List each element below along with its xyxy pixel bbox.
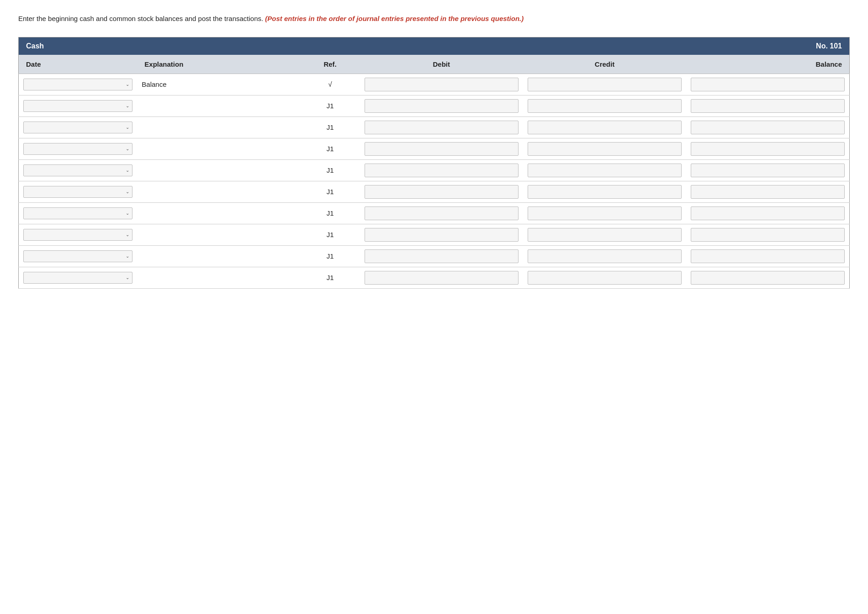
- date-cell-0: ⌄: [19, 74, 138, 95]
- date-cell-2: ⌄: [19, 116, 138, 138]
- col-header-debit: Debit: [360, 55, 523, 74]
- credit-cell-3: [523, 138, 686, 159]
- date-cell-8: ⌄: [19, 245, 138, 267]
- date-select-8[interactable]: [26, 253, 126, 260]
- debit-input-3[interactable]: [365, 142, 519, 156]
- date-select-9[interactable]: [26, 274, 126, 281]
- explanation-cell-5: [137, 181, 300, 202]
- explanation-cell-6: [137, 202, 300, 224]
- debit-cell-2: [360, 116, 523, 138]
- account-number: No. 101: [686, 37, 849, 55]
- table-row: ⌄ J1: [19, 245, 850, 267]
- credit-input-6[interactable]: [528, 206, 682, 220]
- col-header-explanation: Explanation: [137, 55, 300, 74]
- date-cell-3: ⌄: [19, 138, 138, 159]
- balance-input-2[interactable]: [691, 121, 845, 134]
- date-select-7[interactable]: [26, 231, 126, 238]
- debit-input-5[interactable]: [365, 185, 519, 199]
- debit-cell-0: [360, 74, 523, 95]
- chevron-down-icon: ⌄: [126, 275, 129, 280]
- balance-cell-7: [686, 224, 849, 245]
- chevron-down-icon: ⌄: [126, 168, 129, 173]
- credit-input-0[interactable]: [528, 78, 682, 91]
- debit-input-0[interactable]: [365, 78, 519, 91]
- table-row: ⌄ J1: [19, 159, 850, 181]
- debit-cell-4: [360, 159, 523, 181]
- balance-cell-2: [686, 116, 849, 138]
- credit-input-2[interactable]: [528, 121, 682, 134]
- balance-input-5[interactable]: [691, 185, 845, 199]
- date-select-wrapper-8: ⌄: [23, 250, 132, 262]
- balance-input-3[interactable]: [691, 142, 845, 156]
- credit-cell-4: [523, 159, 686, 181]
- credit-cell-5: [523, 181, 686, 202]
- debit-input-2[interactable]: [365, 121, 519, 134]
- debit-input-8[interactable]: [365, 249, 519, 263]
- credit-input-5[interactable]: [528, 185, 682, 199]
- date-select-5[interactable]: [26, 188, 126, 196]
- balance-input-6[interactable]: [691, 206, 845, 220]
- credit-input-9[interactable]: [528, 271, 682, 285]
- date-select-wrapper-2: ⌄: [23, 122, 132, 133]
- table-row: ⌄ J1: [19, 202, 850, 224]
- table-row: ⌄ J1: [19, 95, 850, 116]
- date-select-wrapper-0: ⌄: [23, 79, 132, 90]
- chevron-down-icon: ⌄: [126, 211, 129, 216]
- debit-cell-6: [360, 202, 523, 224]
- debit-input-4[interactable]: [365, 164, 519, 177]
- ref-cell-0: √: [301, 74, 360, 95]
- date-select-3[interactable]: [26, 145, 126, 153]
- table-row: ⌄ J1: [19, 267, 850, 288]
- balance-input-1[interactable]: [691, 99, 845, 113]
- explanation-cell-7: [137, 224, 300, 245]
- ref-cell-9: J1: [301, 267, 360, 288]
- chevron-down-icon: ⌄: [126, 146, 129, 151]
- balance-input-4[interactable]: [691, 164, 845, 177]
- credit-input-4[interactable]: [528, 164, 682, 177]
- ref-cell-7: J1: [301, 224, 360, 245]
- chevron-down-icon: ⌄: [126, 125, 129, 130]
- balance-input-0[interactable]: [691, 78, 845, 91]
- date-select-wrapper-4: ⌄: [23, 164, 132, 176]
- col-header-date: Date: [19, 55, 138, 74]
- col-header-ref: Ref.: [301, 55, 360, 74]
- explanation-cell-1: [137, 95, 300, 116]
- explanation-cell-0: Balance: [137, 74, 300, 95]
- balance-input-8[interactable]: [691, 249, 845, 263]
- date-cell-1: ⌄: [19, 95, 138, 116]
- balance-cell-9: [686, 267, 849, 288]
- debit-input-1[interactable]: [365, 99, 519, 113]
- balance-input-7[interactable]: [691, 228, 845, 242]
- date-cell-6: ⌄: [19, 202, 138, 224]
- debit-cell-5: [360, 181, 523, 202]
- credit-input-3[interactable]: [528, 142, 682, 156]
- date-select-wrapper-6: ⌄: [23, 207, 132, 219]
- ref-cell-1: J1: [301, 95, 360, 116]
- credit-input-8[interactable]: [528, 249, 682, 263]
- account-name: Cash: [19, 37, 687, 55]
- credit-input-7[interactable]: [528, 228, 682, 242]
- date-select-1[interactable]: [26, 102, 126, 110]
- ref-cell-2: J1: [301, 116, 360, 138]
- explanation-cell-9: [137, 267, 300, 288]
- debit-input-6[interactable]: [365, 206, 519, 220]
- col-header-balance: Balance: [686, 55, 849, 74]
- balance-input-9[interactable]: [691, 271, 845, 285]
- debit-input-9[interactable]: [365, 271, 519, 285]
- credit-input-1[interactable]: [528, 99, 682, 113]
- date-select-0[interactable]: [26, 81, 126, 88]
- instructions: Enter the beginning cash and common stoc…: [18, 14, 850, 24]
- date-cell-5: ⌄: [19, 181, 138, 202]
- debit-input-7[interactable]: [365, 228, 519, 242]
- credit-cell-7: [523, 224, 686, 245]
- credit-cell-8: [523, 245, 686, 267]
- balance-cell-8: [686, 245, 849, 267]
- date-cell-9: ⌄: [19, 267, 138, 288]
- table-row: ⌄ J1: [19, 138, 850, 159]
- date-select-4[interactable]: [26, 167, 126, 174]
- date-select-wrapper-1: ⌄: [23, 100, 132, 112]
- col-headers-row: Date Explanation Ref. Debit Credit Balan…: [19, 55, 850, 74]
- balance-cell-1: [686, 95, 849, 116]
- date-select-2[interactable]: [26, 124, 126, 131]
- date-select-6[interactable]: [26, 210, 126, 217]
